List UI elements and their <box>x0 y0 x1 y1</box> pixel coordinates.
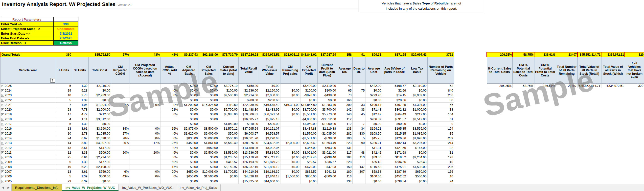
expand-icon[interactable]: + <box>1 142 4 144</box>
cell-total_cost[interactable]: $500.00 <box>88 174 111 179</box>
cell-low_tax[interactable]: $3,207.00 <box>407 141 427 146</box>
cell-pct_units[interactable]: 1.39 <box>72 98 88 102</box>
cell-total_cost[interactable]: $2,110.00 <box>88 84 111 88</box>
tab-inv-value-w-projsales-wo-vuc[interactable]: Inv_Value_W_ProjSales_WO_VUC <box>119 184 176 191</box>
cell-retail[interactable]: $13,536.05 <box>238 150 259 155</box>
cell-exp_profit[interactable]: $100.00 <box>300 88 317 93</box>
cell-pct_units[interactable]: 6.94 <box>72 155 88 160</box>
cell-cur_profit[interactable]: -$2,110.00 <box>317 84 337 88</box>
cell-total_cost[interactable]: $1,098.00 <box>88 136 111 140</box>
cell-remaining[interactable]: $16,324.00 <box>280 102 300 107</box>
cell-avg_val[interactable]: $407.85 <box>382 102 407 107</box>
cell-pct_units[interactable]: 1.39 <box>72 84 88 88</box>
column-header-wholesale[interactable]: Total Wholesale Value <box>259 57 280 84</box>
cell-units[interactable]: 25 <box>56 155 72 160</box>
cell-cm_cog_accrual[interactable]: 0% <box>130 136 160 140</box>
cell-avg_dis[interactable]: 228 <box>337 160 352 164</box>
grand-total-adj_basis[interactable]: $9,237.93 <box>179 52 198 57</box>
column-header-low_tax[interactable]: Low Tax Basis <box>407 57 427 84</box>
cell-wholesale[interactable]: $24,692.96 <box>259 141 280 146</box>
prev-sheet-icon[interactable]: ◀ <box>0 184 6 191</box>
cell-avg_dis[interactable]: 42 <box>337 84 352 88</box>
cell-proj_sales[interactable]: $0.00 <box>198 84 218 88</box>
cell-units[interactable]: 19 <box>56 88 72 93</box>
filter-icon[interactable] <box>50 78 55 83</box>
cell-adj_basis[interactable]: $0.00 <box>179 88 198 93</box>
cell-adj_basis[interactable]: $1,200.00 <box>179 102 198 107</box>
cell-actual_cog[interactable]: 0% <box>160 112 179 117</box>
cell-cm_cog[interactable]: 43% <box>111 174 130 179</box>
cell-cur_sales[interactable] <box>218 146 238 150</box>
cell-actual_cog[interactable]: 9% <box>160 150 179 155</box>
cell-avg_dis[interactable]: 150 <box>337 164 352 169</box>
cell-total_cost[interactable]: $147.00 <box>88 146 111 150</box>
cell-proj_sales[interactable]: $3,000.00 <box>198 136 218 140</box>
grand-total-pct_cur_sales[interactable]: 206.25% <box>487 52 512 57</box>
cell-avg_dis[interactable]: 131 <box>337 146 352 150</box>
cell-remaining[interactable]: $0.00 <box>280 155 300 160</box>
expand-icon[interactable]: + <box>1 89 4 92</box>
cell-cur_profit[interactable]: $3,021.00 <box>317 150 337 155</box>
cell-parts[interactable]: 61 <box>427 117 454 122</box>
cell-avg_cost[interactable]: $42.42 <box>366 150 382 155</box>
cell-exp_profit[interactable]: $14,846.60 <box>300 102 317 107</box>
cell-cur_profit[interactable]: -$2,119.88 <box>317 126 337 131</box>
cell-cm_cog_accrual[interactable] <box>130 146 160 150</box>
cell-cm_cog_accrual[interactable] <box>130 98 160 102</box>
cell-pct_units[interactable]: 4.72 <box>72 112 88 117</box>
cell-low_tax[interactable]: $1,085.00 <box>407 131 427 136</box>
start-date-input[interactable]: 7/8/2021 <box>54 31 78 36</box>
cell-remaining[interactable] <box>280 131 300 136</box>
cell-remaining[interactable] <box>280 136 300 140</box>
cell-total_cost[interactable]: $212.00 <box>88 112 111 117</box>
summary-cm_pot_sales[interactable]: 58.75% <box>512 84 534 88</box>
cell-total_cost[interactable]: $2,198.00 <box>88 164 111 169</box>
cell-parts[interactable]: 128 <box>427 155 454 160</box>
cell-cm_cog[interactable]: 7% <box>111 102 130 107</box>
cell-total_cost[interactable]: $3,690.00 <box>88 126 111 131</box>
cell-remaining[interactable] <box>280 98 300 102</box>
expand-icon[interactable]: + <box>1 123 4 126</box>
cell-avg_val[interactable]: $182.14 <box>382 141 407 146</box>
cell-proj_sales[interactable] <box>198 122 218 126</box>
cell-pct_units[interactable]: 6.39 <box>72 179 88 184</box>
cell-avg_cost[interactable]: $11.31 <box>366 146 382 150</box>
cell-days_be[interactable] <box>352 93 366 98</box>
summary-tot_whlsl[interactable]: $334,972.51 <box>601 84 625 88</box>
cell-actual_cog[interactable]: 0% <box>160 155 179 160</box>
summary-cm_pot_profit[interactable]: 136.61% <box>534 84 556 88</box>
cell-low_tax[interactable]: $26.43 <box>407 160 427 164</box>
cell-retail[interactable]: $13,488.05 <box>238 146 259 150</box>
cell-adj_basis[interactable]: $0.00 <box>179 112 198 117</box>
cell-wholesale[interactable]: $2,846.18 <box>259 174 280 179</box>
cell-cm_cog_accrual[interactable] <box>130 93 160 98</box>
cell-cur_profit[interactable]: $0.00 <box>317 98 337 102</box>
cell-parts[interactable]: 49 <box>427 160 454 164</box>
cell-avg_val[interactable]: $126.86 <box>382 136 407 140</box>
expand-icon[interactable]: + <box>1 137 4 140</box>
cell-retail[interactable]: $15,170.28 <box>238 155 259 160</box>
column-header-proj_sales[interactable]: CM Projected Sales <box>198 57 218 84</box>
cell-cur_profit[interactable]: $3,700.00 <box>317 107 337 112</box>
cell-days_be[interactable]: 75 <box>352 88 366 93</box>
cell-year[interactable]: +2023 <box>0 93 56 98</box>
grand-total-cm_cog_accrual[interactable]: 43% <box>130 52 160 57</box>
cell-avg_val[interactable]: $302.32 <box>382 107 407 112</box>
cell-avg_dis[interactable]: 73 <box>337 93 352 98</box>
expand-icon[interactable]: + <box>1 128 4 130</box>
cell-cm_cog_accrual[interactable]: 0% <box>130 126 160 131</box>
cell-wholesale[interactable]: $3,902.05 <box>259 146 280 150</box>
cell-proj_sales[interactable]: $8,500.00 <box>198 126 218 131</box>
cell-retail[interactable]: $280.60 <box>238 98 259 102</box>
cell-total_cost[interactable]: $177.00 <box>88 160 111 164</box>
cell-avg_val[interactable]: $118.52 <box>382 155 407 160</box>
cell-avg_val[interactable]: $287.89 <box>382 169 407 174</box>
cell-low_tax[interactable]: $0.00 <box>407 179 427 184</box>
expand-icon[interactable]: + <box>1 94 4 97</box>
cell-units[interactable]: 24 <box>56 136 72 140</box>
cell-wholesale[interactable]: $11,879.73 <box>259 160 280 164</box>
cell-cm_cog_accrual[interactable]: 17% <box>130 141 160 146</box>
column-header-avg_cost[interactable]: Average Cost <box>366 57 382 84</box>
cell-adj_basis[interactable]: $0.00 <box>179 146 198 150</box>
cell-avg_cost[interactable]: $194.21 <box>366 126 382 131</box>
